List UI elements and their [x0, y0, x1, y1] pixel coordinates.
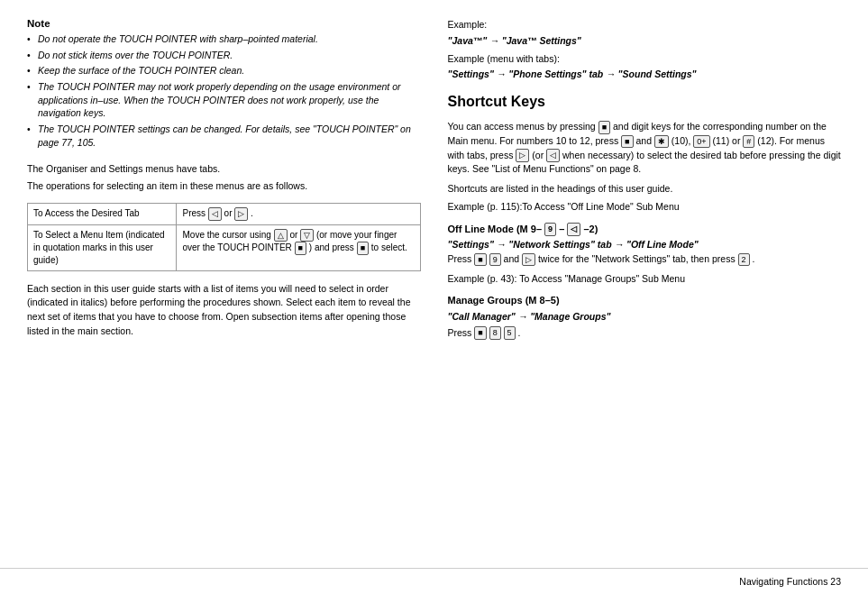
list-item: Do not operate the TOUCH POINTER with sh… — [27, 32, 421, 46]
footer-text: Navigating Functions 23 — [739, 576, 841, 587]
menu-key2: ■ — [621, 135, 633, 149]
nine-key: 9 — [544, 223, 556, 236]
left-key2: ◁ — [546, 149, 560, 162]
zero-key: 0+ — [693, 135, 709, 149]
note-section: Note Do not operate the TOUCH POINTER wi… — [27, 18, 421, 150]
navigation-table: To Access the Desired Tab Press ◁ or ▷ .… — [27, 203, 421, 271]
nav-key: ◁ — [567, 223, 580, 236]
table-cell: Move the cursor using △ or ▽ (or move yo… — [177, 224, 420, 270]
list-item: The TOUCH POINTER settings can be change… — [27, 123, 421, 149]
select-key: ■ — [357, 242, 369, 255]
pointer-key: ■ — [295, 242, 306, 255]
bottom-paragraph: Each section in this user guide starts w… — [27, 282, 421, 339]
example-label: Example: — [448, 18, 842, 32]
example-menu-label: Example (menu with tabs): — [448, 52, 842, 67]
two-key: 2 — [738, 253, 750, 267]
star-key: ✱ — [654, 135, 669, 149]
example-p43-label: Example (p. 43): To Access "Manage Group… — [448, 272, 842, 287]
list-item: The TOUCH POINTER may not work properly … — [27, 80, 421, 120]
example2: "Settings" → "Phone Settings" tab → "Sou… — [448, 68, 842, 82]
example1: "Java™" → "Java™ Settings" — [448, 34, 842, 49]
five-key: 5 — [504, 326, 516, 340]
right-key: ▷ — [234, 207, 248, 221]
example-p115-label: Example (p. 115):To Access "Off Line Mod… — [448, 200, 842, 215]
left-column: Note Do not operate the TOUCH POINTER wi… — [27, 18, 421, 550]
manage-desc: Press ■ 8 5 . — [448, 326, 842, 341]
table-cell: Press ◁ or ▷ . — [177, 204, 420, 225]
right-key2: ▷ — [516, 149, 529, 162]
table-cell: To Select a Menu Item (indicated in quot… — [28, 224, 177, 270]
offline-example: "Settings" → "Network Settings" tab → "O… — [448, 238, 842, 252]
list-item: Keep the surface of the TOUCH POINTER cl… — [27, 64, 421, 78]
hash-key: # — [743, 135, 754, 149]
right-column: Example: "Java™" → "Java™ Settings" Exam… — [448, 18, 842, 550]
shortcut-body: You can access menus by pressing ■ and d… — [448, 120, 842, 177]
shortcut-heading: Shortcut Keys — [448, 91, 842, 113]
menu-key4: ■ — [474, 326, 486, 340]
eight-key: 8 — [489, 326, 501, 340]
down-key: ▽ — [300, 229, 314, 242]
right-key3: ▷ — [522, 253, 535, 267]
offline-heading: Off Line Mode (M 9– 9 – ◁ –2) — [448, 222, 842, 237]
manage-heading: Manage Groups (M 8–5) — [448, 293, 842, 308]
shortcuts-listed: Shortcuts are listed in the headings of … — [448, 182, 842, 196]
organiser-text: The Organiser and Settings menus have ta… — [27, 162, 421, 195]
page-footer: Navigating Functions 23 — [0, 568, 868, 594]
right-content: Example: "Java™" → "Java™ Settings" Exam… — [448, 18, 842, 340]
list-item: Do not stick items over the TOUCH POINTE… — [27, 49, 421, 62]
manage-example: "Call Manager" → "Manage Groups" — [448, 310, 842, 324]
note-title: Note — [27, 18, 421, 29]
nine-key2: 9 — [489, 253, 501, 267]
left-key: ◁ — [208, 207, 222, 221]
offline-desc: Press ■ 9 and ▷ twice for the "Network S… — [448, 252, 842, 267]
up-key: △ — [274, 229, 288, 242]
menu-key: ■ — [598, 121, 610, 134]
menu-key3: ■ — [474, 253, 486, 267]
table-cell: To Access the Desired Tab — [28, 204, 177, 225]
table-row: To Select a Menu Item (indicated in quot… — [28, 224, 421, 270]
note-list: Do not operate the TOUCH POINTER with sh… — [27, 32, 421, 150]
table-row: To Access the Desired Tab Press ◁ or ▷ . — [28, 204, 421, 225]
